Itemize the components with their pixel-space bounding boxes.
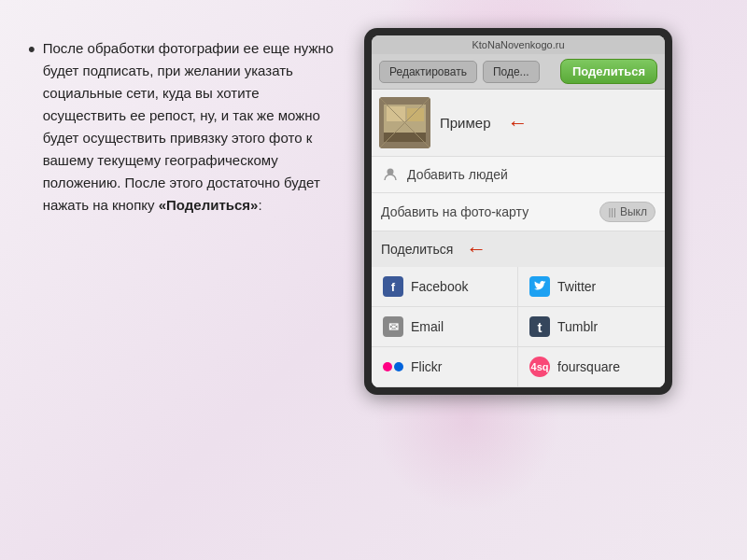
bullet-point: • (28, 39, 35, 60)
social-item-tumblr[interactable]: t Tumblr (518, 307, 665, 347)
add-map-row[interactable]: Добавить на фото-карту ||| Выкл (372, 193, 665, 231)
photo-arrow: ← (508, 111, 529, 135)
social-item-twitter[interactable]: Twitter (518, 267, 665, 307)
device-screen: KtoNaNovenkogo.ru Редактировать Поде... … (372, 35, 665, 387)
share-section: Поделиться ← f Facebook (372, 231, 665, 387)
url-bar: KtoNaNovenkogo.ru (372, 35, 665, 54)
tumblr-icon: t (529, 316, 550, 337)
flickr-icon (383, 362, 403, 371)
twitter-icon (529, 276, 550, 297)
photo-label: Пример (440, 115, 491, 131)
social-item-email[interactable]: ✉ Email (372, 307, 518, 347)
tab-button[interactable]: Поде... (483, 61, 540, 83)
share-button[interactable]: Поделиться (560, 59, 657, 84)
flickr-label: Flickr (411, 359, 442, 374)
photo-row: Пример ← (372, 90, 665, 157)
main-text-block: • После обработки фотографии ее еще нужн… (28, 37, 336, 217)
social-item-foursquare[interactable]: 4sq foursquare (518, 347, 665, 387)
share-arrow: ← (466, 237, 486, 261)
tumblr-label: Tumblr (557, 319, 598, 334)
toggle-label: Выкл (620, 205, 647, 218)
bold-share-text: «Поделиться» (159, 197, 259, 213)
add-map-label: Добавить на фото-карту (381, 204, 529, 219)
add-people-row[interactable]: Добавить людей (372, 157, 665, 193)
share-header-label: Поделиться (381, 242, 453, 257)
social-grid: f Facebook Twitter ✉ Email (372, 267, 665, 387)
twitter-label: Twitter (557, 279, 596, 294)
social-item-flickr[interactable]: Flickr (372, 347, 518, 387)
add-people-label: Добавить людей (407, 167, 508, 182)
email-icon: ✉ (383, 316, 403, 337)
left-panel: • После обработки фотографии ее еще нужн… (0, 0, 355, 235)
photo-thumbnail (379, 97, 430, 148)
edit-button[interactable]: Редактировать (379, 61, 477, 83)
social-item-facebook[interactable]: f Facebook (372, 267, 518, 307)
people-icon (381, 165, 400, 184)
share-header: Поделиться ← (372, 231, 665, 267)
right-panel: KtoNaNovenkogo.ru Редактировать Поде... … (355, 0, 691, 413)
description-text: После обработки фотографии ее еще нужно … (43, 37, 336, 217)
description-paragraph: После обработки фотографии ее еще нужно … (43, 40, 333, 213)
foursquare-label: foursquare (557, 359, 620, 374)
colon: : (258, 197, 261, 213)
map-toggle[interactable]: ||| Выкл (599, 202, 655, 222)
email-label: Email (411, 319, 444, 334)
svg-rect-3 (407, 108, 424, 121)
toolbar: Редактировать Поде... Поделиться (372, 54, 665, 90)
foursquare-icon: 4sq (529, 357, 550, 377)
facebook-label: Facebook (411, 279, 468, 294)
facebook-icon: f (383, 276, 403, 297)
device-mockup: KtoNaNovenkogo.ru Редактировать Поде... … (364, 28, 672, 395)
